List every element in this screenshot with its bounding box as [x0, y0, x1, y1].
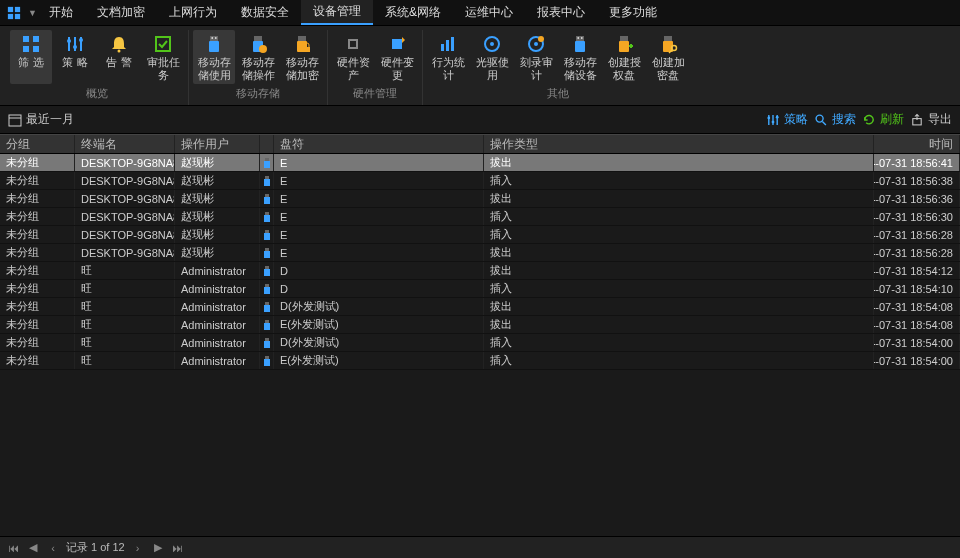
- table-row[interactable]: 未分组旺AdministratorD(外发测试)插入2024-07-31 18:…: [0, 334, 960, 352]
- menu-7[interactable]: 报表中心: [525, 0, 597, 25]
- cell-time: 2024-07-31 18:56:41: [874, 154, 960, 171]
- menu-2[interactable]: 上网行为: [157, 0, 229, 25]
- usb-icon: [260, 244, 274, 261]
- cell-host: DESKTOP-9G8NA80: [75, 154, 175, 171]
- svg-point-52: [767, 116, 770, 119]
- ribbon-mobile-storage-1[interactable]: 移动存储操作: [237, 30, 279, 84]
- ribbon-label: 告 警: [106, 56, 131, 69]
- cell-drive: E(外发测试): [274, 316, 484, 333]
- ribbon-mobile-storage-0[interactable]: 移动存储使用: [193, 30, 235, 84]
- toolbar-export-button[interactable]: 导出: [910, 111, 952, 128]
- svg-rect-75: [264, 305, 270, 312]
- menu-8[interactable]: 更多功能: [597, 0, 669, 25]
- col-drive[interactable]: 盘符: [274, 135, 484, 153]
- cell-user: Administrator: [175, 262, 260, 279]
- cell-time: 2024-07-31 18:54:08: [874, 298, 960, 315]
- table-row[interactable]: 未分组DESKTOP-9G8NA80赵现彬E拔出2024-07-31 18:56…: [0, 154, 960, 172]
- pager-next-icon[interactable]: ▶: [151, 541, 165, 555]
- usb-icon: [570, 34, 590, 54]
- ribbon-overview-2[interactable]: 告 警: [98, 30, 140, 84]
- search-icon: [814, 113, 828, 127]
- menu-6[interactable]: 运维中心: [453, 0, 525, 25]
- svg-rect-40: [581, 37, 583, 39]
- cell-drive: D: [274, 280, 484, 297]
- cell-group: 未分组: [0, 280, 75, 297]
- svg-rect-73: [264, 287, 270, 294]
- col-type[interactable]: 操作类型: [484, 135, 874, 153]
- svg-rect-80: [265, 356, 269, 359]
- menu-0[interactable]: 开始: [37, 0, 85, 25]
- cell-type: 插入: [484, 280, 874, 297]
- ribbon-other-5[interactable]: 创建加密盘: [647, 30, 689, 84]
- table-row[interactable]: 未分组旺AdministratorE(外发测试)拔出2024-07-31 18:…: [0, 316, 960, 334]
- pager-fwd-icon[interactable]: ›: [131, 541, 145, 555]
- pager-last-icon[interactable]: ⏭: [171, 541, 185, 555]
- col-host[interactable]: 终端名: [75, 135, 175, 153]
- col-group[interactable]: 分组: [0, 135, 75, 153]
- table-row[interactable]: 未分组旺AdministratorD插入2024-07-31 18:54:10: [0, 280, 960, 298]
- svg-rect-16: [210, 36, 218, 41]
- menu-3[interactable]: 数据安全: [229, 0, 301, 25]
- cell-time: 2024-07-31 18:56:30: [874, 208, 960, 225]
- cell-drive: D(外发测试): [274, 334, 484, 351]
- ribbon-group-label: 概览: [86, 84, 108, 105]
- ribbon-other-0[interactable]: 行为统计: [427, 30, 469, 84]
- ribbon-other-2[interactable]: 刻录审计: [515, 30, 557, 84]
- table-row[interactable]: 未分组DESKTOP-9G8NA80赵现彬E拔出2024-07-31 18:56…: [0, 244, 960, 262]
- cell-time: 2024-07-31 18:54:12: [874, 262, 960, 279]
- col-user[interactable]: 操作用户: [175, 135, 260, 153]
- table-row[interactable]: 未分组DESKTOP-9G8NA80赵现彬E插入2024-07-31 18:56…: [0, 172, 960, 190]
- cell-drive: E: [274, 154, 484, 171]
- ribbon-overview-0[interactable]: 筛 选: [10, 30, 52, 84]
- cell-drive: E: [274, 244, 484, 261]
- toolbar-label: 策略: [784, 111, 808, 128]
- svg-rect-27: [350, 41, 356, 47]
- cell-drive: E: [274, 190, 484, 207]
- toolbar-sliders-button[interactable]: 策略: [766, 111, 808, 128]
- check-icon: [153, 34, 173, 54]
- table-row[interactable]: 未分组DESKTOP-9G8NA80赵现彬E拔出2024-07-31 18:56…: [0, 190, 960, 208]
- svg-rect-77: [264, 323, 270, 330]
- cell-host: 旺: [75, 280, 175, 297]
- svg-point-12: [73, 45, 77, 49]
- cell-host: 旺: [75, 316, 175, 333]
- date-range-button[interactable]: 最近一月: [8, 111, 74, 128]
- ribbon-overview-1[interactable]: 策 略: [54, 30, 96, 84]
- menubar: ▼ 开始文档加密上网行为数据安全设备管理系统&网络运维中心报表中心更多功能: [0, 0, 960, 26]
- menu-4[interactable]: 设备管理: [301, 0, 373, 25]
- cell-user: Administrator: [175, 280, 260, 297]
- svg-point-45: [672, 46, 677, 51]
- table-row[interactable]: 未分组旺AdministratorE(外发测试)插入2024-07-31 18:…: [0, 352, 960, 370]
- pager-back-icon[interactable]: ‹: [46, 541, 60, 555]
- cell-user: 赵现彬: [175, 244, 260, 261]
- col-time[interactable]: 时间: [874, 135, 960, 153]
- toolbar-search-button[interactable]: 搜索: [814, 111, 856, 128]
- usb-icon: [260, 262, 274, 279]
- ribbon-other-4[interactable]: 创建授权盘: [603, 30, 645, 84]
- ribbon-mobile-storage-2[interactable]: 移动存储加密: [281, 30, 323, 84]
- toolbar-label: 刷新: [880, 111, 904, 128]
- table-row[interactable]: 未分组DESKTOP-9G8NA80赵现彬E插入2024-07-31 18:56…: [0, 208, 960, 226]
- ribbon-overview-3[interactable]: 审批任务: [142, 30, 184, 84]
- ribbon-label: 刻录审计: [517, 56, 555, 82]
- svg-rect-58: [265, 158, 269, 161]
- ribbon-hardware-0[interactable]: 硬件资产: [332, 30, 374, 84]
- table-row[interactable]: 未分组旺AdministratorD(外发测试)拔出2024-07-31 18:…: [0, 298, 960, 316]
- pager-prev-icon[interactable]: ◀: [26, 541, 40, 555]
- table-row[interactable]: 未分组DESKTOP-9G8NA80赵现彬E插入2024-07-31 18:56…: [0, 226, 960, 244]
- svg-rect-47: [9, 115, 21, 126]
- menu-5[interactable]: 系统&网络: [373, 0, 453, 25]
- ribbon-other-1[interactable]: 光驱使用: [471, 30, 513, 84]
- table-row[interactable]: 未分组旺AdministratorD拔出2024-07-31 18:54:12: [0, 262, 960, 280]
- ribbon-hardware-1[interactable]: 硬件变更: [376, 30, 418, 84]
- toolbar-refresh-button[interactable]: 刷新: [862, 111, 904, 128]
- menu-1[interactable]: 文档加密: [85, 0, 157, 25]
- pager-first-icon[interactable]: ⏮: [6, 541, 20, 555]
- cell-time: 2024-07-31 18:56:28: [874, 244, 960, 261]
- svg-rect-61: [264, 179, 270, 186]
- usb-gear-icon: [248, 34, 268, 54]
- app-dropdown-icon[interactable]: ▼: [28, 8, 37, 18]
- cell-user: 赵现彬: [175, 226, 260, 243]
- cell-type: 拔出: [484, 244, 874, 261]
- ribbon-other-3[interactable]: 移动存储设备: [559, 30, 601, 84]
